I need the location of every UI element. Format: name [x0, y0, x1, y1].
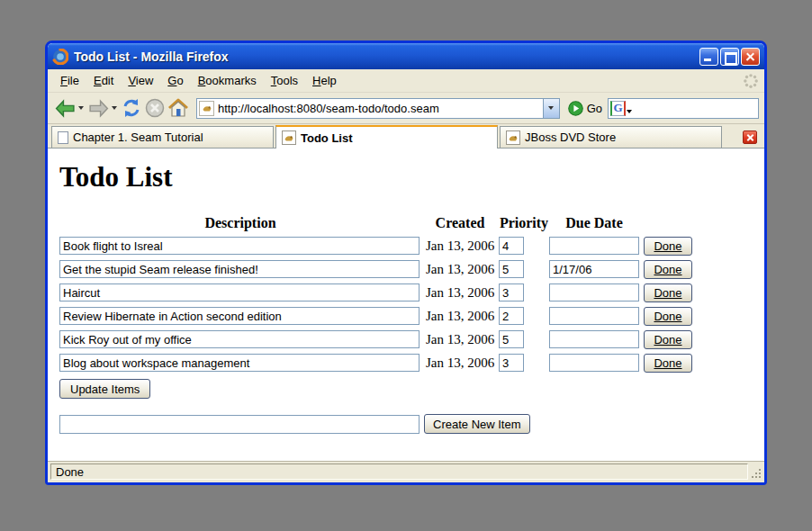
- done-button[interactable]: Done: [644, 260, 692, 279]
- forward-button[interactable]: [86, 95, 111, 121]
- forward-icon: [87, 97, 110, 120]
- priority-input[interactable]: [499, 237, 524, 255]
- navigation-toolbar: http://localhost:8080/seam-todo/todo.sea…: [48, 93, 764, 124]
- home-button[interactable]: [167, 95, 190, 121]
- table-header-row: Description Created Priority Due Date: [59, 215, 752, 231]
- table-row: Jan 13, 2006 Done: [59, 234, 752, 257]
- seam-favicon: [282, 130, 296, 145]
- due-date-input[interactable]: [549, 330, 639, 348]
- url-dropdown-button[interactable]: [543, 99, 559, 118]
- search-engine-caret[interactable]: [627, 110, 632, 113]
- go-label: Go: [587, 102, 602, 115]
- url-bar[interactable]: http://localhost:8080/seam-todo/todo.sea…: [196, 98, 560, 119]
- description-input[interactable]: [59, 260, 420, 278]
- seam-favicon: [506, 130, 520, 145]
- due-date-input[interactable]: [549, 307, 639, 325]
- due-date-input[interactable]: [549, 284, 639, 302]
- menu-view[interactable]: View: [121, 71, 160, 90]
- google-icon[interactable]: G: [610, 101, 626, 116]
- status-text: Done: [50, 464, 748, 480]
- resize-grip[interactable]: [750, 464, 762, 479]
- url-text[interactable]: http://localhost:8080/seam-todo/todo.sea…: [214, 102, 543, 115]
- go-button[interactable]: Go: [566, 101, 608, 116]
- back-button[interactable]: [53, 95, 77, 121]
- back-dropdown-caret[interactable]: [78, 106, 84, 110]
- minimize-button[interactable]: [699, 48, 718, 66]
- due-date-input[interactable]: [549, 260, 639, 278]
- create-new-item-button[interactable]: Create New Item: [424, 414, 530, 434]
- tab-bar: Chapter 1. Seam Tutorial Todo List JBoss…: [48, 124, 764, 148]
- reload-button[interactable]: [120, 95, 143, 121]
- created-date: Jan 13, 2006: [421, 262, 499, 277]
- maximize-button[interactable]: [720, 48, 739, 66]
- header-created: Created: [421, 215, 499, 231]
- menu-tools[interactable]: Tools: [264, 71, 305, 90]
- table-row: Jan 13, 2006 Done: [59, 257, 752, 281]
- page-content: Todo List Description Created Priority D…: [48, 148, 764, 461]
- menu-file[interactable]: File: [53, 71, 86, 90]
- table-row: Jan 13, 2006 Done: [59, 304, 752, 328]
- search-input[interactable]: G: [608, 98, 759, 119]
- table-row: Jan 13, 2006 Done: [59, 328, 752, 351]
- due-date-input[interactable]: [549, 237, 639, 255]
- done-button[interactable]: Done: [644, 284, 692, 302]
- tab-label: Chapter 1. Seam Tutorial: [73, 130, 203, 144]
- page-icon: [58, 131, 68, 144]
- go-icon: [568, 101, 583, 116]
- title-bar[interactable]: Todo List - Mozilla Firefox: [48, 43, 764, 69]
- menu-go[interactable]: Go: [160, 71, 190, 90]
- created-date: Jan 13, 2006: [421, 332, 499, 347]
- forward-dropdown-caret[interactable]: [112, 106, 117, 110]
- created-date: Jan 13, 2006: [421, 356, 499, 371]
- stop-button[interactable]: [143, 95, 167, 121]
- tab-todo-list[interactable]: Todo List: [275, 125, 498, 148]
- table-row: Jan 13, 2006 Done: [59, 281, 752, 304]
- menu-bookmarks[interactable]: Bookmarks: [191, 71, 264, 90]
- description-input[interactable]: [59, 237, 420, 255]
- header-priority: Priority: [499, 215, 549, 231]
- due-date-input[interactable]: [549, 354, 639, 372]
- priority-input[interactable]: [499, 307, 524, 325]
- status-bar: Done: [48, 461, 764, 482]
- menu-edit[interactable]: Edit: [86, 71, 121, 90]
- done-button[interactable]: Done: [644, 330, 692, 349]
- priority-input[interactable]: [499, 260, 524, 278]
- window-title: Todo List - Mozilla Firefox: [74, 50, 698, 64]
- new-item-input[interactable]: [59, 415, 420, 434]
- description-input[interactable]: [59, 284, 420, 302]
- browser-window: Todo List - Mozilla Firefox File Edit Vi…: [45, 40, 767, 485]
- page-title: Todo List: [59, 161, 752, 194]
- home-icon: [167, 97, 189, 119]
- done-button[interactable]: Done: [644, 237, 692, 256]
- throbber-icon: [743, 73, 759, 89]
- header-due-date: Due Date: [549, 215, 639, 231]
- close-tab-button[interactable]: [743, 130, 757, 144]
- done-button[interactable]: Done: [644, 354, 692, 373]
- reload-icon: [121, 97, 142, 119]
- tab-jboss-dvd-store[interactable]: JBoss DVD Store: [500, 126, 722, 148]
- description-input[interactable]: [59, 307, 420, 325]
- created-date: Jan 13, 2006: [421, 285, 499, 301]
- header-description: Description: [59, 215, 421, 231]
- back-icon: [54, 97, 77, 120]
- created-date: Jan 13, 2006: [421, 238, 499, 254]
- priority-input[interactable]: [499, 354, 524, 372]
- priority-input[interactable]: [499, 284, 524, 302]
- create-item-row: Create New Item: [59, 414, 752, 434]
- description-input[interactable]: [59, 354, 420, 372]
- table-row: Jan 13, 2006 Done: [59, 351, 752, 374]
- update-items-button[interactable]: Update Items: [59, 379, 150, 399]
- stop-icon: [144, 97, 166, 119]
- menu-bar: File Edit View Go Bookmarks Tools Help: [48, 69, 764, 93]
- tab-label: JBoss DVD Store: [525, 130, 616, 144]
- firefox-icon: [52, 49, 68, 65]
- created-date: Jan 13, 2006: [421, 309, 499, 324]
- priority-input[interactable]: [499, 330, 524, 348]
- site-favicon: [199, 101, 214, 116]
- menu-help[interactable]: Help: [305, 71, 344, 90]
- close-button[interactable]: [741, 48, 760, 66]
- description-input[interactable]: [59, 330, 420, 348]
- tab-chapter-1-seam-tutorial[interactable]: Chapter 1. Seam Tutorial: [51, 126, 274, 148]
- done-button[interactable]: Done: [644, 307, 692, 326]
- tab-label: Todo List: [301, 131, 353, 145]
